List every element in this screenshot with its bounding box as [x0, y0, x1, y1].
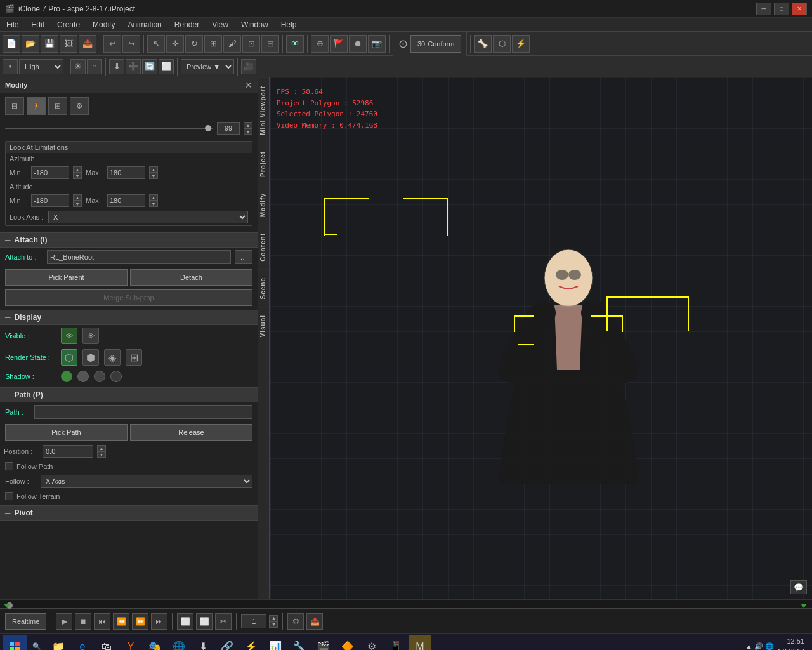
import-button[interactable]: 📤: [79, 35, 96, 53]
slider-down[interactable]: ▼: [244, 128, 252, 135]
aspect-button[interactable]: ⬜: [159, 59, 174, 74]
main-slider[interactable]: [5, 128, 213, 129]
attach-section-bar[interactable]: ─ Attach (l): [0, 232, 258, 248]
menu-window[interactable]: Window: [235, 18, 275, 32]
viewport[interactable]: FPS : 58.64 Project Polygon : 52986 Sele…: [270, 77, 812, 599]
visible-off-button[interactable]: 👁: [82, 328, 99, 344]
morph-button[interactable]: ⬡: [493, 35, 511, 53]
render-full-button[interactable]: ⊞: [126, 349, 142, 366]
move-button[interactable]: ✛: [166, 35, 184, 53]
display-section-bar[interactable]: ─ Display: [0, 310, 258, 325]
down-button[interactable]: ⬇: [109, 59, 124, 74]
prev-frame-button[interactable]: ⏪: [113, 613, 129, 630]
realtime-button[interactable]: Realtime: [5, 613, 46, 630]
frame-up[interactable]: ▲: [269, 615, 278, 621]
menu-view[interactable]: View: [206, 18, 235, 32]
next-frame-button[interactable]: ⏩: [132, 613, 148, 630]
azimuth-min-up[interactable]: ▲: [73, 166, 82, 173]
altitude-min-up[interactable]: ▲: [73, 194, 82, 201]
taskbar-search[interactable]: 🔍: [27, 635, 47, 651]
azimuth-max-input[interactable]: [107, 166, 145, 179]
shadow-receive-button[interactable]: [77, 371, 89, 382]
taskbar-app-icon5[interactable]: ⚡: [240, 635, 263, 651]
play-button[interactable]: ▶: [56, 613, 72, 630]
taskbar-app-icon7[interactable]: 🔧: [288, 635, 311, 651]
bone-button[interactable]: 🦴: [474, 35, 492, 53]
render-wire-button[interactable]: ⬢: [82, 349, 99, 366]
taskbar-app-icon8[interactable]: 🎬: [312, 635, 335, 651]
scale-button[interactable]: ⊞: [204, 35, 222, 53]
ik-button[interactable]: ⊕: [311, 35, 329, 53]
taskbar-app-icon1[interactable]: 🎭: [143, 635, 166, 651]
pivot-section-bar[interactable]: ─ Pivot: [0, 505, 258, 521]
vtab-mini-viewport[interactable]: Mini Viewport: [258, 77, 269, 143]
chat-button[interactable]: 💬: [790, 580, 807, 594]
record2-button[interactable]: ⬜: [196, 613, 213, 630]
grid-toggle[interactable]: ▪: [3, 59, 18, 74]
frame-down[interactable]: ▼: [269, 621, 278, 628]
loop-button[interactable]: ⬜: [177, 613, 193, 630]
pick-parent-button[interactable]: Pick Parent: [5, 269, 128, 286]
path-section-bar[interactable]: ─ Path (P): [0, 387, 258, 402]
taskbar-app-icon3[interactable]: ⬇: [192, 635, 214, 651]
titlebar-controls[interactable]: ─ □ ✕: [756, 3, 807, 15]
azimuth-min-input[interactable]: [31, 166, 69, 179]
maximize-button[interactable]: □: [774, 3, 789, 15]
redo-button[interactable]: ↪: [122, 35, 140, 53]
follow-terrain-checkbox[interactable]: [5, 492, 13, 500]
menu-edit[interactable]: Edit: [25, 18, 51, 32]
playhead-area[interactable]: [0, 599, 812, 608]
vtab-project[interactable]: Project: [258, 143, 269, 185]
record-button[interactable]: ⏺: [349, 35, 367, 53]
taskbar-app-active[interactable]: M: [409, 635, 431, 651]
tab-checkerboard[interactable]: ⊞: [48, 97, 67, 115]
tab-figure[interactable]: 🚶: [27, 97, 46, 115]
menu-animation[interactable]: Animation: [121, 18, 167, 32]
camera2-button[interactable]: 🎥: [241, 59, 256, 74]
taskbar-app-browser[interactable]: e: [71, 635, 94, 651]
rotate-button[interactable]: ↻: [185, 35, 203, 53]
attach-to-input[interactable]: [47, 250, 231, 264]
altitude-max-input[interactable]: [107, 194, 145, 207]
frame-input[interactable]: [241, 614, 266, 628]
taskbar-app-store[interactable]: 🛍: [95, 635, 118, 651]
home-button[interactable]: ⌂: [87, 59, 102, 74]
pick-path-button[interactable]: Pick Path: [5, 424, 128, 441]
azimuth-max-down[interactable]: ▼: [149, 173, 158, 179]
to-end-button[interactable]: ⏭: [151, 613, 167, 630]
azimuth-max-up[interactable]: ▲: [149, 166, 158, 173]
menu-file[interactable]: File: [0, 18, 25, 32]
menu-render[interactable]: Render: [168, 18, 206, 32]
menu-help[interactable]: Help: [275, 18, 303, 32]
detach-button[interactable]: Detach: [130, 269, 252, 286]
follow-path-checkbox[interactable]: [5, 462, 13, 470]
vtab-modify[interactable]: Modify: [258, 185, 269, 225]
conform-button[interactable]: 30 Conform: [410, 35, 461, 53]
settings2-button[interactable]: ⚙: [287, 613, 304, 630]
altitude-max-down[interactable]: ▼: [149, 201, 158, 207]
physics-button[interactable]: ⚡: [512, 35, 530, 53]
shadow-cast-button[interactable]: [61, 371, 72, 382]
minimize-button[interactable]: ─: [756, 3, 771, 15]
path-input[interactable]: [34, 405, 252, 419]
new-button[interactable]: 📄: [3, 35, 20, 53]
render-xray-button[interactable]: ◈: [104, 349, 121, 366]
shadow-none-button[interactable]: [110, 371, 122, 382]
position-input[interactable]: [43, 445, 93, 458]
render-solid-button[interactable]: ⬡: [61, 349, 77, 366]
modify-close-button[interactable]: ✕: [245, 80, 252, 90]
taskbar-app-yandex[interactable]: Y: [119, 635, 142, 651]
refresh-button[interactable]: 🔄: [142, 59, 157, 74]
close-button[interactable]: ✕: [792, 3, 807, 15]
sun-button[interactable]: ☀: [70, 59, 86, 74]
undo-button[interactable]: ↩: [103, 35, 121, 53]
tab-sliders[interactable]: ⊟: [5, 97, 24, 115]
follow-terrain-checkbox-label[interactable]: Follow Terrain: [0, 489, 258, 503]
export2-button[interactable]: 📤: [306, 613, 323, 630]
paint-button[interactable]: 🖌: [223, 35, 241, 53]
flag-button[interactable]: 🚩: [330, 35, 348, 53]
to-start-button[interactable]: ⏮: [94, 613, 110, 630]
plus-button[interactable]: ➕: [126, 59, 141, 74]
taskbar-app-icon10[interactable]: ⚙: [360, 635, 383, 651]
release-button[interactable]: Release: [130, 424, 252, 441]
